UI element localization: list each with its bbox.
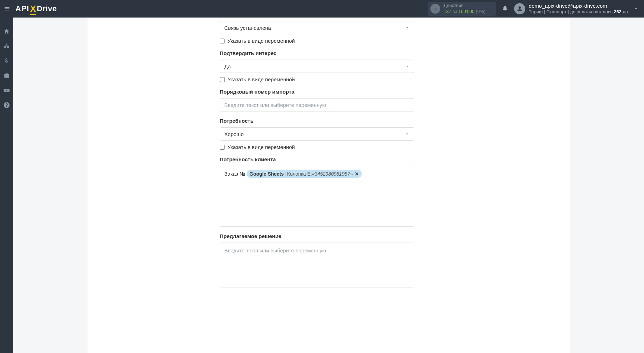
help-icon[interactable] — [3, 102, 10, 109]
checkbox-label: Указать в виде переменной — [228, 76, 295, 82]
checkbox-label: Указать в виде переменной — [228, 144, 295, 150]
input-wrap-3 — [220, 98, 414, 111]
field-label-5: Потребность клиента — [220, 156, 414, 162]
briefcase-icon[interactable] — [3, 72, 10, 79]
select-value: Связь установлена — [224, 25, 271, 31]
home-icon[interactable] — [3, 28, 10, 35]
menu-toggle[interactable] — [0, 0, 14, 18]
actions-text: Действия: 137 из 100'000 (0%) — [444, 3, 485, 15]
textarea-6[interactable]: Введите текст или выберите переменную — [220, 243, 414, 287]
actions-limit: 100'000 — [458, 9, 475, 14]
checkbox-4[interactable] — [220, 145, 225, 150]
field-group-6: Предлагаемое решение Введите текст или в… — [220, 233, 414, 287]
tag-source: Google Sheets — [249, 170, 284, 177]
actions-label: Действия: — [444, 3, 485, 9]
logo[interactable]: APIXDrive — [15, 4, 57, 14]
checkbox-2[interactable] — [220, 77, 225, 82]
dollar-icon[interactable] — [3, 57, 10, 65]
tag-value: «3452980981987» — [312, 170, 353, 177]
actions-counter[interactable]: Действия: 137 из 100'000 (0%) — [428, 2, 496, 16]
logo-text-2: X — [30, 4, 36, 14]
textarea-5[interactable]: Заказ № Google Sheets | Колонка E: «3452… — [220, 166, 414, 227]
tag-mid: | Колонка E: — [284, 170, 312, 177]
main: Связь установлена Указать в виде перемен… — [13, 18, 644, 353]
chevron-down-icon — [405, 131, 410, 136]
input-3[interactable] — [220, 99, 414, 111]
hamburger-icon — [4, 6, 10, 12]
checkbox-row-4[interactable]: Указать в виде переменной — [220, 144, 414, 150]
field-group-3: Порядковый номер импорта — [220, 89, 414, 111]
tag-remove[interactable]: ✕ — [355, 170, 359, 177]
field-group-1: Связь установлена Указать в виде перемен… — [220, 21, 414, 44]
bell-icon — [502, 6, 508, 12]
field-group-5: Потребность клиента Заказ № Google Sheet… — [220, 156, 414, 227]
variable-tag: Google Sheets | Колонка E: «345298098198… — [247, 170, 362, 178]
chevron-down-icon — [633, 6, 638, 11]
chevron-down-icon — [405, 25, 410, 30]
checkbox-label: Указать в виде переменной — [228, 38, 295, 44]
sidebar — [0, 18, 13, 353]
sitemap-icon[interactable] — [3, 43, 10, 50]
video-icon[interactable] — [3, 87, 10, 94]
user-text: demo_apix-drive@apix-drive.com Тариф | С… — [529, 2, 628, 15]
textarea-prefix: Заказ № — [224, 171, 247, 177]
field-label-3: Порядковый номер импорта — [220, 89, 414, 95]
field-label-6: Предлагаемое решение — [220, 233, 414, 239]
actions-count: 137 — [444, 9, 451, 14]
select-1[interactable]: Связь установлена — [220, 21, 414, 34]
field-label-4: Потребность — [220, 118, 414, 124]
actions-sep: из — [452, 9, 457, 14]
select-2[interactable]: Да — [220, 60, 414, 73]
user-icon — [516, 5, 523, 12]
textarea-placeholder: Введите текст или выберите переменную — [224, 247, 326, 253]
logo-text-3: Drive — [37, 4, 57, 13]
field-group-2: Подтвердить интерес Да Указать в виде пе… — [220, 50, 414, 82]
checkbox-1[interactable] — [220, 39, 225, 43]
user-menu-toggle[interactable] — [631, 6, 641, 11]
notifications-button[interactable] — [498, 6, 512, 12]
info-icon — [430, 4, 440, 14]
user-email: demo_apix-drive@apix-drive.com — [529, 2, 628, 9]
tariff-line: Тариф | Стандарт | до оплаты осталось 26… — [529, 9, 628, 15]
form-panel: Связь установлена Указать в виде перемен… — [88, 18, 570, 353]
logo-text-1: API — [15, 4, 29, 13]
header: APIXDrive Действия: 137 из 100'000 (0%) … — [0, 0, 644, 18]
field-label-2: Подтвердить интерес — [220, 50, 414, 56]
select-value: Да — [224, 63, 231, 69]
avatar — [514, 3, 525, 14]
checkbox-row-1[interactable]: Указать в виде переменной — [220, 38, 414, 44]
user-menu[interactable]: demo_apix-drive@apix-drive.com Тариф | С… — [514, 2, 628, 15]
select-value: Хорошо — [224, 131, 244, 137]
checkbox-row-2[interactable]: Указать в виде переменной — [220, 76, 414, 82]
actions-pct: (0%) — [476, 9, 485, 14]
field-group-4: Потребность Хорошо Указать в виде переме… — [220, 118, 414, 150]
chevron-down-icon — [405, 64, 410, 69]
select-4[interactable]: Хорошо — [220, 127, 414, 141]
